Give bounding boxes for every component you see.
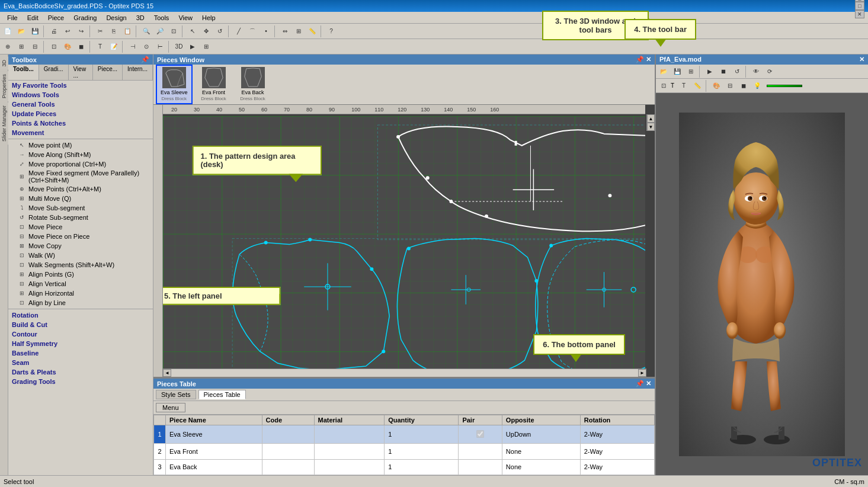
point-button[interactable]: • (260, 25, 273, 38)
piece-item-2[interactable]: Eva Front Dress Block (196, 65, 232, 103)
zoom-in-button[interactable]: 🔍 (140, 25, 153, 38)
menu-file[interactable]: File (2, 13, 23, 23)
3d-save-btn[interactable]: 💾 (671, 65, 684, 78)
menu-3d[interactable]: 3D (132, 13, 149, 23)
open-button[interactable]: 📂 (15, 25, 28, 38)
3d-rotate-btn[interactable]: ⟳ (763, 65, 776, 78)
tool-move-piece[interactable]: ⊡ Move Piece (8, 222, 153, 232)
tool-move-piece-on-piece[interactable]: ⊟ Move Piece on Piece (8, 232, 153, 241)
vertical-scrollbar[interactable]: ▲ ▼ (646, 114, 655, 131)
tool-multi-move[interactable]: ⊞ Multi Move (Q) (8, 194, 153, 203)
line-button[interactable]: ╱ (232, 25, 245, 38)
copy-button[interactable]: ⎘ (107, 25, 120, 38)
section-points-notches[interactable]: Points & Notches (8, 118, 153, 128)
table-row[interactable]: 1 Eva Sleeve 1 UpDown 2-Way (154, 425, 655, 444)
tool-move-subseg[interactable]: ⤵ Move Sub-segment (8, 203, 153, 213)
piece-item-1[interactable]: Eva Sleeve Dress Block (156, 65, 193, 104)
3d-open-btn[interactable]: 📂 (657, 65, 670, 78)
section-grading-tools[interactable]: Grading Tools (8, 377, 153, 386)
model-view[interactable]: OPTITEX (656, 93, 868, 475)
zoom-out-button[interactable]: 🔎 (153, 25, 166, 38)
menu-piece[interactable]: Piece (43, 13, 69, 23)
menu-help[interactable]: Help (197, 13, 220, 23)
simulate-button[interactable]: ▶ (186, 40, 199, 53)
toolbox-tab-gradi[interactable]: Gradi... (39, 65, 69, 80)
menu-view[interactable]: View (174, 13, 197, 23)
section-half-symmetry[interactable]: Half Symmetry (8, 339, 153, 348)
menu-grading[interactable]: Grading (69, 13, 101, 23)
fill-button[interactable]: ◼ (75, 40, 88, 53)
3d-play-btn[interactable]: ▶ (703, 65, 716, 78)
grid-button[interactable]: ⊞ (15, 40, 28, 53)
redo-button[interactable]: ↪ (75, 25, 88, 38)
align-center-button[interactable]: ⊙ (140, 40, 153, 53)
3d-button[interactable]: 3D (172, 40, 185, 53)
help-button[interactable]: ? (325, 25, 338, 38)
paste-button[interactable]: 📋 (121, 25, 134, 38)
section-seam[interactable]: Seam (8, 358, 153, 367)
print-button[interactable]: 🖨 (47, 25, 60, 38)
mirror-button[interactable]: ⇔ (278, 25, 292, 38)
tool-align-vertical[interactable]: ⊟ Align Vertical (8, 279, 153, 289)
section-rotation[interactable]: Rotation (8, 310, 153, 320)
export-button[interactable]: ⊞ (200, 40, 213, 53)
tab-properties[interactable]: Properties (0, 71, 8, 101)
3d-color-btn[interactable]: 🎨 (710, 79, 723, 92)
tool-move-fixed[interactable]: ⊞ Move Fixed segment (Move Parallelly) (… (8, 169, 153, 184)
new-button[interactable]: 📄 (1, 25, 14, 38)
piece-item-3[interactable]: Eva Back Dress Block (235, 65, 271, 103)
tab-pieces-table[interactable]: Pieces Table (198, 390, 246, 399)
horizontal-scrollbar[interactable]: ◄ ► (163, 369, 646, 377)
ortho-button[interactable]: ⊟ (28, 40, 41, 53)
layer-button[interactable]: ⊡ (47, 40, 60, 53)
align-left-button[interactable]: ⊣ (126, 40, 139, 53)
3d-stop-btn[interactable]: ⏹ (717, 65, 730, 78)
toolbox-pin[interactable]: 📌 (141, 56, 149, 63)
tool-move-point[interactable]: ↖ Move point (M) (8, 140, 153, 150)
toolbox-tab-piece[interactable]: Piece... (93, 65, 123, 80)
undo-button[interactable]: ↩ (61, 25, 74, 38)
section-update-pieces[interactable]: Update Pieces (8, 109, 153, 118)
color-button[interactable]: 🎨 (61, 40, 74, 53)
section-windows-tools[interactable]: Windows Tools (8, 90, 153, 100)
section-my-favorite[interactable]: My Favorite Tools (8, 81, 153, 90)
rotate-button[interactable]: ↺ (213, 25, 226, 38)
save-button[interactable]: 💾 (28, 25, 41, 38)
toolbox-tab-view[interactable]: View ... (69, 65, 93, 80)
section-baseline[interactable]: Baseline (8, 348, 153, 358)
toolbox-tab-intern[interactable]: Intern... (123, 65, 153, 80)
section-contour[interactable]: Contour (8, 329, 153, 339)
section-darts-pleats[interactable]: Darts & Pleats (8, 367, 153, 377)
section-movement[interactable]: Movement (8, 128, 153, 137)
menu-button[interactable]: Menu (156, 403, 185, 412)
grade-button[interactable]: ⊞ (292, 25, 305, 38)
select-button[interactable]: ↖ (186, 25, 199, 38)
menu-design[interactable]: Design (101, 13, 131, 23)
table-row[interactable]: 2 Eva Front 1 None 2-Way (154, 444, 655, 459)
3d-export-btn[interactable]: ⊞ (684, 65, 697, 78)
3d-wire-btn[interactable]: ⊟ (723, 79, 736, 92)
3d-measure-btn[interactable]: 📏 (691, 79, 704, 92)
3d-light-btn[interactable]: 💡 (751, 79, 764, 92)
section-build-cut[interactable]: Build & Cut (8, 320, 153, 329)
tab-slider-manager[interactable]: Slider Manager (0, 102, 8, 145)
note-button[interactable]: 📝 (107, 40, 120, 53)
3d-text-btn[interactable]: T (677, 79, 690, 92)
close-button[interactable]: ✕ (855, 10, 864, 18)
maximize-button[interactable]: □ (855, 2, 864, 10)
tool-move-along[interactable]: → Move Along (Shift+M) (8, 150, 153, 159)
tool-align-by-line[interactable]: ⊡ Align by Line (8, 298, 153, 307)
menu-tools[interactable]: Tools (149, 13, 174, 23)
tool-move-copy-internal[interactable]: ⊠ Move Copy (8, 241, 153, 251)
tool-walk[interactable]: ⊡ Walk (W) (8, 251, 153, 260)
text-button[interactable]: T (94, 40, 107, 53)
menu-edit[interactable]: Edit (23, 13, 43, 23)
3d-solid-btn[interactable]: ◼ (737, 79, 750, 92)
tool-walk-segments[interactable]: ⊡ Walk Segments (Shift+Alt+W) (8, 260, 153, 270)
fit-button[interactable]: ⊡ (167, 25, 180, 38)
curve-button[interactable]: ⌒ (246, 25, 259, 38)
cut-button[interactable]: ✂ (94, 25, 107, 38)
snap-button[interactable]: ⊕ (1, 40, 14, 53)
3d-fit-btn[interactable]: ⊡ (657, 79, 670, 92)
toolbox-tab-toolb[interactable]: Toolb... (8, 65, 39, 80)
